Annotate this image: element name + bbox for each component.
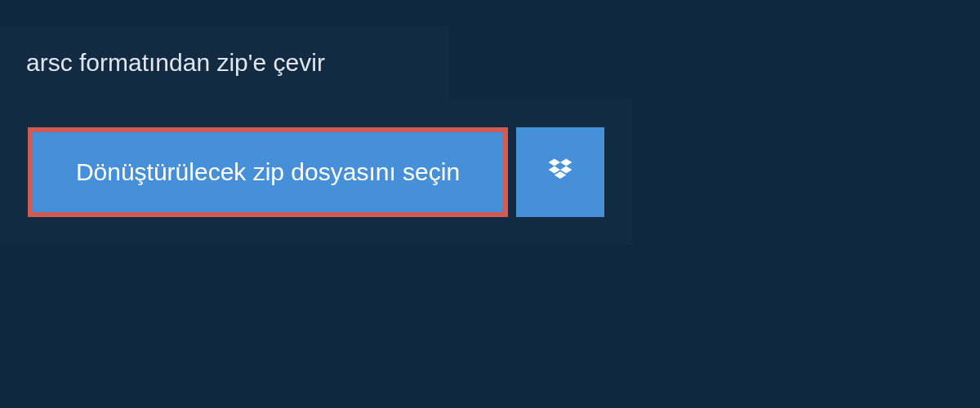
header-bar: arsc formatından zip'e çevir [0, 26, 449, 100]
dropbox-button[interactable] [516, 127, 604, 217]
dropbox-icon [546, 156, 575, 188]
select-file-label: Dönüştürülecek zip dosyasını seçin [76, 158, 460, 186]
select-file-button[interactable]: Dönüştürülecek zip dosyasını seçin [28, 127, 508, 217]
main-panel: Dönüştürülecek zip dosyasını seçin [0, 100, 632, 245]
page-title: arsc formatından zip'e çevir [26, 49, 423, 77]
